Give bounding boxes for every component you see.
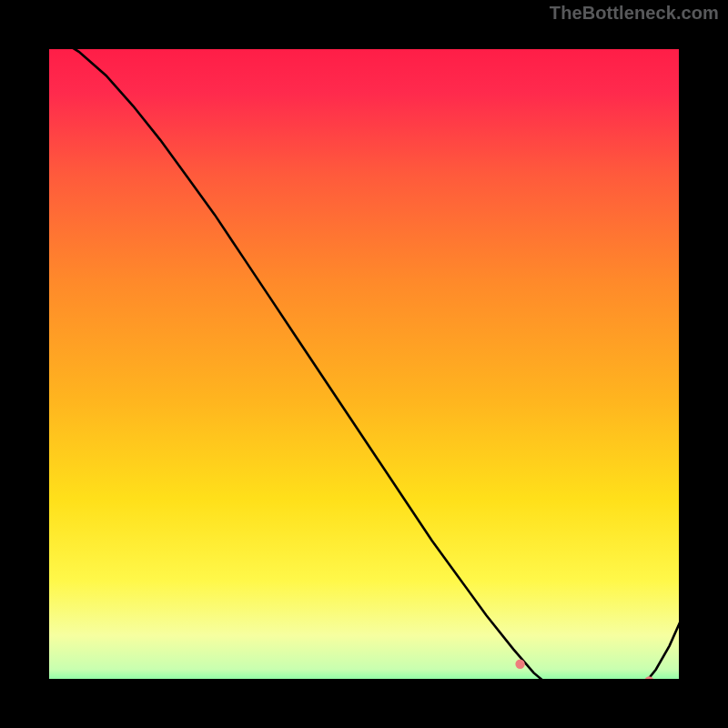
chart-svg — [0, 0, 728, 728]
plot-background — [25, 25, 703, 703]
optimal-dot — [515, 660, 524, 669]
chart-container: TheBottleneck.com — [0, 0, 728, 728]
watermark-text: TheBottleneck.com — [550, 3, 719, 24]
